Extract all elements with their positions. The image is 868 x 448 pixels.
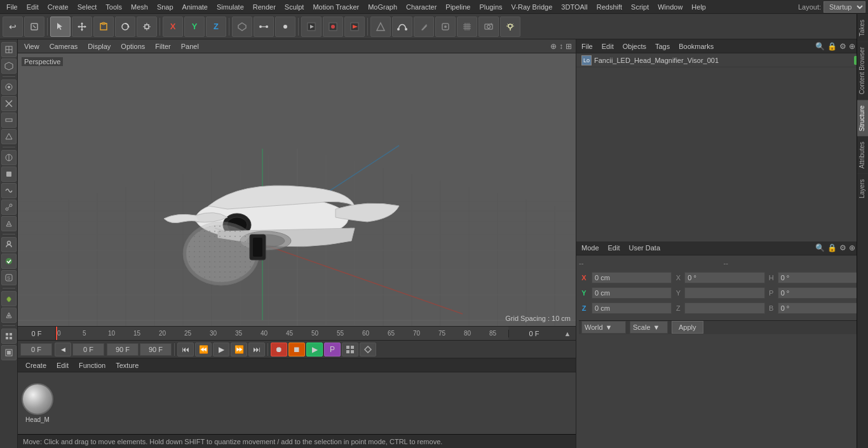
rtab-structure[interactable]: Structure bbox=[857, 100, 868, 137]
attr-expand-icon[interactable]: ⊕ bbox=[849, 243, 855, 252]
menu-mograph[interactable]: MoGraph bbox=[364, 2, 401, 12]
transport-start-input[interactable] bbox=[20, 343, 52, 356]
poly-button[interactable] bbox=[232, 17, 252, 37]
mat-menu-edit[interactable]: Edit bbox=[54, 360, 71, 370]
menu-help[interactable]: Help bbox=[688, 2, 710, 12]
at-menu-mode[interactable]: Mode bbox=[579, 243, 602, 253]
transport-current-input[interactable] bbox=[72, 343, 104, 356]
vp-menu-view[interactable]: View bbox=[22, 41, 42, 51]
grid-button[interactable] bbox=[457, 17, 477, 37]
transport-keys[interactable] bbox=[360, 343, 376, 356]
render-button[interactable] bbox=[344, 17, 365, 37]
rtab-content-browser[interactable]: Content Browser bbox=[857, 41, 868, 99]
rotate-button[interactable] bbox=[115, 17, 135, 37]
at-menu-user-data[interactable]: User Data bbox=[627, 243, 663, 253]
transport-prev-frame[interactable]: ⏪ bbox=[195, 343, 212, 356]
transport-end-input-2[interactable] bbox=[140, 343, 172, 356]
layout-select[interactable]: Startup bbox=[824, 1, 865, 13]
rt-menu-bookmarks[interactable]: Bookmarks bbox=[676, 41, 716, 51]
bezier-button[interactable] bbox=[392, 17, 412, 37]
menu-file[interactable]: File bbox=[3, 2, 22, 12]
transport-end-input-1[interactable] bbox=[107, 343, 139, 356]
menu-script[interactable]: Script bbox=[627, 2, 653, 12]
scale-dropdown[interactable]: Scale ▼ bbox=[630, 321, 668, 334]
lt-tool-2[interactable] bbox=[1, 96, 17, 111]
lt-tool-15[interactable] bbox=[1, 329, 17, 344]
menu-edit[interactable]: Edit bbox=[23, 2, 43, 12]
menu-motion-tracker[interactable]: Motion Tracker bbox=[309, 2, 363, 12]
vp-menu-cameras[interactable]: Cameras bbox=[47, 41, 81, 51]
select-tool-button[interactable] bbox=[50, 17, 71, 37]
light-button[interactable] bbox=[500, 17, 520, 37]
lt-tool-16[interactable] bbox=[1, 345, 17, 360]
attr-x-rot[interactable]: 0 ° bbox=[684, 272, 764, 283]
mat-menu-texture[interactable]: Texture bbox=[113, 360, 141, 370]
vp-icon-1[interactable]: ⊕ bbox=[550, 42, 557, 51]
lt-tool-1[interactable] bbox=[1, 79, 17, 95]
lt-tool-8[interactable] bbox=[1, 200, 17, 215]
attr-z-rot[interactable] bbox=[684, 302, 764, 314]
attr-b-val[interactable]: 0 ° bbox=[778, 302, 858, 314]
menu-character[interactable]: Character bbox=[402, 2, 440, 12]
transport-next-frame[interactable]: ⏩ bbox=[231, 343, 247, 356]
lt-tool-12[interactable]: S bbox=[1, 270, 17, 285]
axis-y-button[interactable]: Y bbox=[184, 17, 205, 37]
mat-menu-function[interactable]: Function bbox=[76, 360, 108, 370]
lt-tool-10[interactable] bbox=[1, 237, 17, 252]
object-tree-item-1[interactable]: Lo Fancii_LED_Head_Magnifier_Visor_001 bbox=[576, 53, 868, 67]
attr-p-val[interactable]: 0 ° bbox=[778, 287, 858, 299]
obj-settings-icon[interactable]: ⚙ bbox=[839, 42, 846, 51]
menu-window[interactable]: Window bbox=[654, 2, 686, 12]
menu-mesh[interactable]: Mesh bbox=[127, 2, 152, 12]
cube-button[interactable] bbox=[93, 17, 114, 37]
apply-button[interactable]: Apply bbox=[672, 321, 703, 334]
menu-plugins[interactable]: Plugins bbox=[475, 2, 506, 12]
render-region-button[interactable] bbox=[323, 17, 343, 37]
edge-button[interactable] bbox=[254, 17, 274, 37]
lt-tool-5[interactable] bbox=[1, 150, 17, 165]
lt-mode-2[interactable] bbox=[1, 58, 17, 74]
transport-play-record[interactable]: ▶ bbox=[306, 343, 323, 356]
menu-create[interactable]: Create bbox=[44, 2, 72, 12]
menu-tools[interactable]: Tools bbox=[102, 2, 126, 12]
camera-button[interactable] bbox=[478, 17, 499, 37]
attr-search-icon[interactable]: 🔍 bbox=[815, 243, 825, 252]
deform-button[interactable] bbox=[435, 17, 456, 37]
lt-tool-4[interactable] bbox=[1, 129, 17, 144]
vp-menu-panel[interactable]: Panel bbox=[179, 41, 201, 51]
vp-menu-filter[interactable]: Filter bbox=[153, 41, 173, 51]
menu-3dtoall[interactable]: 3DTOAll bbox=[557, 2, 591, 12]
menu-pipeline[interactable]: Pipeline bbox=[442, 2, 474, 12]
obj-lock-icon[interactable]: 🔒 bbox=[827, 42, 837, 51]
lt-tool-7[interactable] bbox=[1, 183, 17, 198]
world-dropdown[interactable]: World ▼ bbox=[581, 321, 626, 334]
menu-snap[interactable]: Snap bbox=[153, 2, 177, 12]
rtab-layers[interactable]: Layers bbox=[857, 173, 868, 203]
render-view-button[interactable] bbox=[301, 17, 322, 37]
vp-icon-2[interactable]: ↕ bbox=[559, 42, 563, 51]
attr-lock-icon[interactable]: 🔒 bbox=[827, 243, 837, 252]
axis-z-button[interactable]: Z bbox=[206, 17, 226, 37]
attr-y-pos[interactable]: 0 cm bbox=[592, 287, 672, 299]
attr-z-pos[interactable]: 0 cm bbox=[592, 302, 672, 314]
vp-menu-display[interactable]: Display bbox=[85, 41, 113, 51]
material-item-head[interactable]: Head_M bbox=[22, 383, 53, 423]
redo-button[interactable] bbox=[24, 17, 44, 37]
attr-y-rot[interactable] bbox=[684, 287, 764, 299]
transport-to-start[interactable]: ⏮ bbox=[177, 343, 194, 356]
move-tool-button[interactable] bbox=[72, 17, 92, 37]
menu-animate[interactable]: Animate bbox=[179, 2, 212, 12]
viewport[interactable]: X Y Z bbox=[18, 53, 576, 326]
attr-h-val[interactable]: 0 ° bbox=[778, 272, 858, 283]
rtab-takes[interactable]: Takes bbox=[857, 14, 868, 41]
transport-arrow-left[interactable]: ◀ bbox=[55, 343, 71, 356]
menu-sculpt[interactable]: Sculpt bbox=[281, 2, 308, 12]
menu-redshift[interactable]: Redshift bbox=[593, 2, 626, 12]
lt-tool-3[interactable] bbox=[1, 112, 17, 128]
vp-icon-3[interactable]: ⊞ bbox=[566, 42, 572, 51]
tl-expand-btn[interactable]: ▲ bbox=[559, 330, 576, 337]
rt-menu-file[interactable]: File bbox=[579, 41, 595, 51]
transport-to-end[interactable]: ⏭ bbox=[248, 343, 265, 356]
lt-tool-9[interactable] bbox=[1, 216, 17, 231]
mat-menu-create[interactable]: Create bbox=[23, 360, 49, 370]
